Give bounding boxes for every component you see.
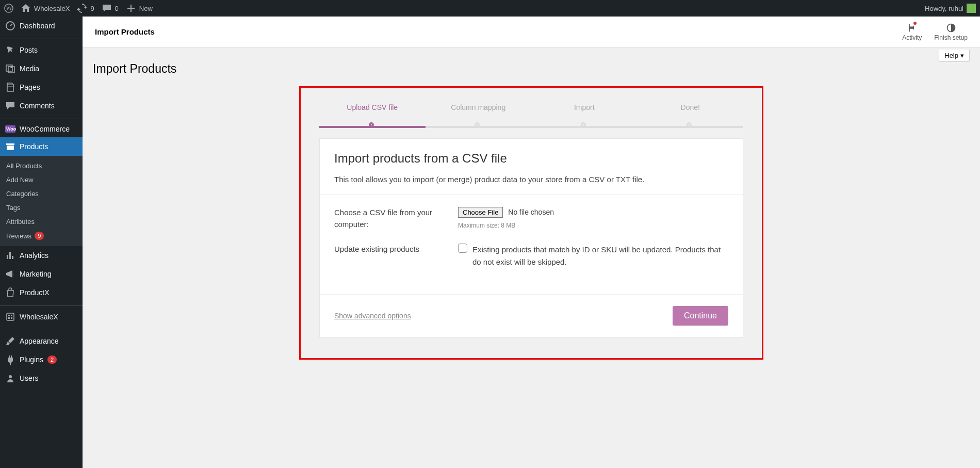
comments-bar[interactable]: 0 bbox=[102, 3, 119, 13]
svg-point-0 bbox=[5, 4, 13, 12]
site-name-label: WholesaleX bbox=[34, 5, 70, 12]
admin-bar: WholesaleX 9 0 New Howdy, ruhul bbox=[0, 0, 980, 17]
wordpress-icon bbox=[4, 4, 13, 13]
site-name[interactable]: WholesaleX bbox=[21, 3, 70, 13]
update-icon bbox=[77, 3, 87, 13]
wp-logo[interactable] bbox=[4, 4, 13, 13]
updates[interactable]: 9 bbox=[77, 3, 94, 13]
howdy-text: Howdy, ruhul bbox=[925, 5, 963, 12]
home-icon bbox=[21, 3, 31, 13]
comment-icon bbox=[102, 3, 112, 13]
howdy[interactable]: Howdy, ruhul bbox=[925, 4, 976, 13]
plus-icon bbox=[126, 3, 136, 13]
avatar bbox=[967, 4, 976, 13]
comments-count: 0 bbox=[115, 5, 119, 12]
updates-count: 9 bbox=[90, 5, 94, 12]
new-content[interactable]: New bbox=[126, 3, 153, 13]
new-label: New bbox=[139, 5, 153, 12]
